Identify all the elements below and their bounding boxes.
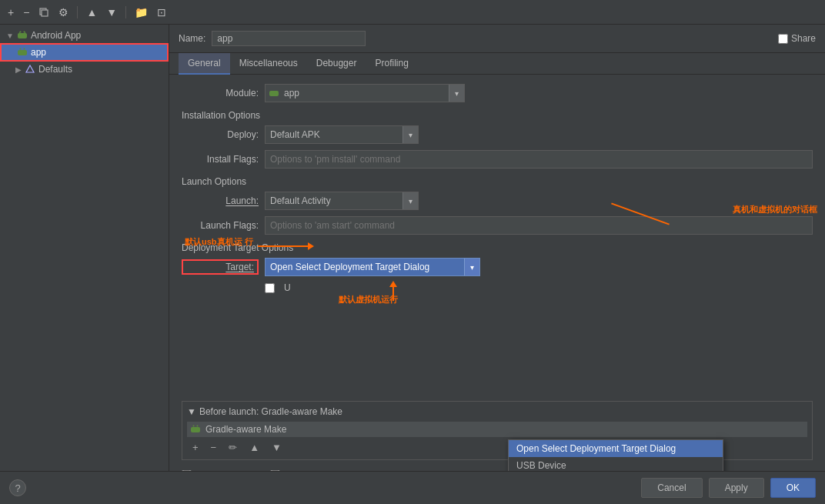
module-combo-arrow: ▾ <box>449 85 464 102</box>
bl-add-btn[interactable]: + <box>187 440 204 455</box>
tab-debugger[interactable]: Debugger <box>307 53 366 75</box>
deploy-value: Default APK <box>266 129 402 140</box>
deploy-label: Deploy: <box>182 129 259 140</box>
use-same-device-row: U <box>265 282 813 293</box>
toolbar-sep2 <box>125 6 126 18</box>
annotation-arrowhead-2 <box>308 242 314 250</box>
launch-flags-input[interactable] <box>265 216 813 235</box>
toolbar-sep1 <box>77 6 78 18</box>
help-button[interactable]: ? <box>9 479 26 496</box>
target-combo-arrow: ▾ <box>464 259 479 275</box>
deploy-combo-arrow: ▾ <box>402 126 418 143</box>
tab-miscellaneous[interactable]: Miscellaneous <box>230 53 307 75</box>
toolbar-folder-btn[interactable]: 📁 <box>132 5 151 20</box>
install-flags-label: Install Flags: <box>182 154 259 165</box>
module-value: app <box>279 88 449 98</box>
activate-tool-window-label: Activate tool window <box>270 469 367 471</box>
module-android-icon <box>269 88 279 98</box>
name-label: Name: <box>179 33 205 44</box>
bl-edit-btn[interactable]: ✏ <box>223 440 242 455</box>
target-label: Target: <box>182 259 259 275</box>
deploy-combo[interactable]: Default APK ▾ <box>265 125 419 144</box>
launch-options-title: Launch Options <box>182 176 813 187</box>
target-combo[interactable]: Open Select Deployment Target Dialog ▾ <box>265 258 480 276</box>
tab-profiling[interactable]: Profiling <box>366 53 417 75</box>
main-layout: ▼ Android App app ▶ Defaults <box>0 25 825 471</box>
expand-icon: ▼ <box>6 32 14 40</box>
share-label: Share <box>791 33 816 44</box>
use-same-device-label: U <box>284 282 291 293</box>
bl-up-btn[interactable]: ▲ <box>244 440 265 455</box>
apply-button[interactable]: Apply <box>709 478 764 498</box>
launch-flags-row: Launch Flags: <box>182 216 813 235</box>
svg-rect-12 <box>191 427 200 432</box>
right-panel: Name: Share General Miscellaneous Debugg… <box>169 25 825 471</box>
annotation-arrowhead-3 <box>389 281 397 287</box>
target-value: Open Select Deployment Target Dialog <box>266 262 464 272</box>
toolbar: + − ⚙ ▲ ▼ 📁 ⊡ <box>0 0 825 25</box>
cancel-button[interactable]: Cancel <box>641 478 702 498</box>
svg-point-9 <box>24 48 25 50</box>
before-launch-item-gradle: Gradle-aware Make <box>187 422 807 437</box>
bottom-bar: ? Cancel Apply OK <box>0 471 825 504</box>
app-icon <box>17 47 28 58</box>
target-dropdown: Open Select Deployment Target Dialog USB… <box>508 439 723 471</box>
svg-marker-10 <box>26 65 34 72</box>
install-flags-input[interactable] <box>265 150 813 169</box>
defaults-icon <box>25 64 35 75</box>
svg-point-8 <box>20 48 22 50</box>
toolbar-settings-btn[interactable]: ⚙ <box>55 5 72 20</box>
ok-button[interactable]: OK <box>770 478 816 498</box>
annotation-arrow-3 <box>392 285 394 301</box>
use-same-device-checkbox[interactable] <box>265 283 275 293</box>
android-app-label: Android App <box>31 30 81 41</box>
sidebar: ▼ Android App app ▶ Defaults <box>0 25 169 471</box>
svg-rect-1 <box>42 10 48 16</box>
show-page-checkbox[interactable] <box>182 470 192 472</box>
share-checkbox[interactable] <box>778 34 788 44</box>
share-area: Share <box>778 33 816 44</box>
dropdown-item-open-select[interactable]: Open Select Deployment Target Dialog <box>509 440 723 457</box>
content-area: Module: app ▾ Installation Options Deplo… <box>169 75 825 471</box>
module-combo[interactable]: app ▾ <box>265 84 465 102</box>
toolbar-grid-btn[interactable]: ⊡ <box>154 5 169 20</box>
toolbar-add-btn[interactable]: + <box>5 5 17 20</box>
toolbar-remove-btn[interactable]: − <box>20 5 32 20</box>
name-bar: Name: Share <box>169 25 825 53</box>
tree-item-android-app[interactable]: ▼ Android App <box>0 28 169 43</box>
name-input[interactable] <box>212 31 366 46</box>
tab-general[interactable]: General <box>179 53 230 75</box>
dropdown-item-usb[interactable]: USB Device <box>509 457 723 471</box>
target-row: Target: Open Select Deployment Target Di… <box>182 258 813 276</box>
annotation-emulator: 默认虚拟机运行 <box>339 294 398 305</box>
toolbar-up-btn[interactable]: ▲ <box>83 5 100 20</box>
tree-item-defaults[interactable]: ▶ Defaults <box>0 62 169 77</box>
activate-tool-window-checkbox[interactable] <box>270 470 280 472</box>
gradle-icon <box>190 424 201 435</box>
module-label: Module: <box>182 88 259 98</box>
show-page-label: Show this page <box>182 469 258 471</box>
svg-point-14 <box>197 426 199 427</box>
launch-label: Launch: <box>182 195 259 206</box>
launch-combo[interactable]: Default Activity ▾ <box>265 192 419 210</box>
bl-remove-btn[interactable]: − <box>205 440 222 455</box>
launch-flags-label: Launch Flags: <box>182 220 259 231</box>
deploy-row: Deploy: Default APK ▾ <box>182 125 813 144</box>
launch-row: Launch: Default Activity ▾ <box>182 192 813 210</box>
toolbar-copy-btn[interactable] <box>35 5 52 19</box>
toolbar-down-btn[interactable]: ▼ <box>103 5 120 20</box>
annotation-arrow-2 <box>258 245 312 247</box>
android-icon <box>17 30 28 41</box>
svg-point-13 <box>193 426 195 427</box>
before-launch-label: Before launch: Gradle-aware Make <box>199 406 342 417</box>
before-launch-header: ▼ Before launch: Gradle-aware Make <box>187 406 807 417</box>
svg-rect-11 <box>269 91 279 96</box>
module-row: Module: app ▾ <box>182 84 813 102</box>
svg-line-5 <box>19 32 21 33</box>
tabs-bar: General Miscellaneous Debugger Profiling <box>169 53 825 75</box>
launch-value: Default Activity <box>266 195 402 206</box>
tree-item-app[interactable]: app <box>0 43 169 62</box>
bl-down-btn[interactable]: ▼ <box>266 440 287 455</box>
installation-options-title: Installation Options <box>182 110 813 121</box>
deployment-target-title: Deployment Target Options <box>182 242 813 253</box>
